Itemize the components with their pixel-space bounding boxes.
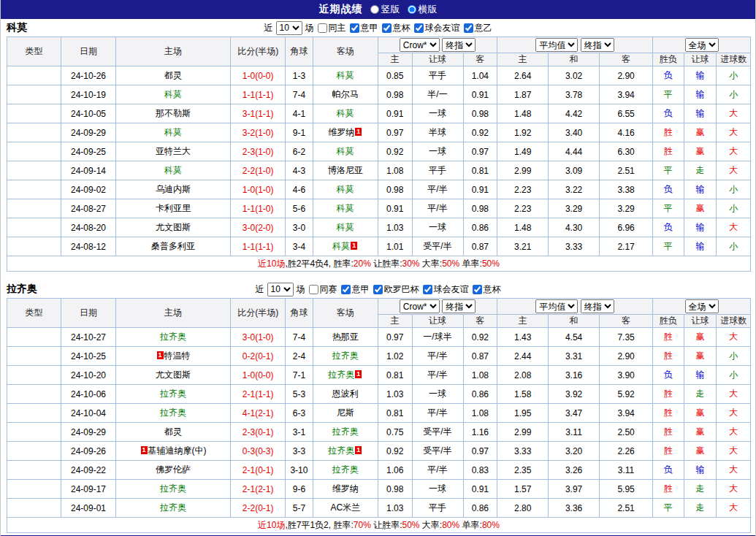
corner-cell: 5-3 [286,385,313,404]
handicap-result-cell: 赢 [684,199,717,218]
summary-segment: 大率: [420,520,443,530]
team-link[interactable]: 科莫 [164,165,182,175]
odds-stage-select[interactable]: 终指 [442,299,476,313]
same-competition-filter[interactable]: 同赛 [308,283,337,296]
team-link[interactable]: 拉齐奥 [160,332,186,342]
match-row: 意甲24-10-06拉齐奥2-1(1-1)5-3恩波利1.03一球0.861.5… [7,385,751,404]
summary-segment: ,胜7平1负2, 胜率: [285,520,353,530]
corner-cell: 2-4 [286,347,313,366]
team-link[interactable]: 卡利亚里 [156,203,191,213]
team-link[interactable]: 拉齐奥 [160,483,186,494]
team-link[interactable]: 尤文图斯 [156,222,191,232]
league-checkbox[interactable] [414,23,424,33]
team-link[interactable]: 都灵 [164,70,182,80]
team-link[interactable]: 拉齐奥 [160,407,186,418]
team-link[interactable]: 科莫 [337,146,354,156]
col-handicap-result: 让球 [684,315,717,328]
summary-segment: 50% [402,520,419,530]
team-link[interactable]: 科莫 [337,108,354,118]
team-link[interactable]: 维罗纳 [328,127,354,137]
league-filter[interactable]: 欧罗巴杯 [373,283,419,296]
team-link[interactable]: 特温特 [164,351,191,361]
vertical-layout-radio[interactable] [370,5,379,14]
team-link[interactable]: 尼斯 [337,407,354,418]
league-filter[interactable]: 球会友谊 [413,22,460,34]
avg-home-cell: 3.21 [497,237,549,256]
summary-segment: ,胜2平4负4, 胜率: [285,259,353,269]
fulltime-group-header: 全场 [653,299,751,315]
col-avg-home: 主 [497,315,549,328]
avg-draw-cell: 4.54 [549,328,600,347]
avg-home-cell: 1.49 [497,142,549,161]
league-type-cell: 欧罗巴杯 [7,404,61,423]
fulltime-select[interactable]: 全场 [685,38,719,52]
team-link[interactable]: 那不勒斯 [156,108,191,118]
team-link[interactable]: 拉齐奥 [328,445,354,456]
odds-stage-select[interactable]: 终指 [442,38,476,52]
team-link[interactable]: 基辅迪纳摩(中) [148,445,207,456]
team-link[interactable]: 拉齐奥 [160,388,186,399]
league-checkbox[interactable] [382,23,392,33]
league-checkbox[interactable] [473,285,482,294]
league-checkbox[interactable] [423,285,432,294]
team-link[interactable]: 拉齐奥 [328,370,354,380]
team-link[interactable]: 恩波利 [332,388,359,399]
team-link[interactable]: 拉齐奥 [332,464,359,475]
average-select[interactable]: 平均值 [535,299,578,313]
team-link[interactable]: 拉齐奥 [332,351,359,361]
team-link[interactable]: 科莫 [337,222,354,232]
team-link[interactable]: 桑普多利亚 [151,241,195,251]
team-link[interactable]: 亚特兰大 [156,146,191,156]
team-link[interactable]: 科莫 [337,70,354,80]
team-link[interactable]: 科莫 [337,184,354,194]
league-checkbox[interactable] [373,285,383,294]
team-link[interactable]: 科莫 [332,241,350,251]
team-link[interactable]: 维罗纳 [332,483,359,494]
bookmaker-select[interactable]: Crow* [400,38,440,52]
team-link[interactable]: 都灵 [164,426,182,437]
result-cell: 负 [653,218,684,237]
team-link[interactable]: 帕尔马 [332,89,359,99]
league-filter[interactable]: 意杯 [381,22,411,34]
league-checkbox[interactable] [464,23,473,33]
league-filter[interactable]: 意杯 [472,283,501,296]
league-filter[interactable]: 意甲 [349,22,378,34]
corner-cell: 9-6 [286,480,313,499]
score-cell: 0-2(0-1) [231,347,286,366]
team-link[interactable]: 热那亚 [332,332,359,342]
league-filter[interactable]: 球会友谊 [422,283,469,296]
league-type-cell: 意甲 [7,85,61,104]
recent-count-select[interactable]: 10 [276,21,302,35]
team-link[interactable]: 科莫 [337,203,354,213]
same-competition-checkbox[interactable] [309,285,318,294]
horizontal-layout-radio[interactable] [408,5,416,14]
same-venue-checkbox[interactable] [318,23,327,33]
league-checkbox[interactable] [350,23,359,33]
team-link[interactable]: 科莫 [164,89,182,99]
summary-segment: 50% [482,259,500,269]
layout-option-vertical[interactable]: 竖版 [370,3,400,16]
score-cell: 3-0(2-0) [231,218,286,237]
team-link[interactable]: 拉齐奥 [332,426,359,437]
team-link[interactable]: 博洛尼亚 [328,165,363,175]
average-stage-select[interactable]: 终指 [581,299,614,313]
recent-count-select[interactable]: 10 [267,283,294,296]
league-filter[interactable]: 意乙 [463,22,492,34]
same-venue-filter[interactable]: 同主 [317,22,346,34]
layout-option-horizontal[interactable]: 横版 [408,3,438,16]
corner-cell: 6-3 [286,404,313,423]
team-link[interactable]: 科莫 [164,127,182,137]
result-cell: 平 [653,237,684,256]
league-filters: 意甲意杯球会友谊意乙 [349,22,492,34]
team-link[interactable]: 尤文图斯 [156,370,191,380]
league-filter[interactable]: 意甲 [340,283,370,296]
team-link[interactable]: AC米兰 [330,502,360,513]
team-link[interactable]: 佛罗伦萨 [156,464,191,475]
fulltime-select[interactable]: 全场 [685,299,719,313]
average-select[interactable]: 平均值 [535,38,578,52]
bookmaker-select[interactable]: Crow* [400,299,440,313]
league-checkbox[interactable] [341,285,351,294]
team-link[interactable]: 拉齐奥 [160,502,186,513]
average-stage-select[interactable]: 终指 [581,38,614,52]
team-link[interactable]: 乌迪内斯 [156,184,191,194]
